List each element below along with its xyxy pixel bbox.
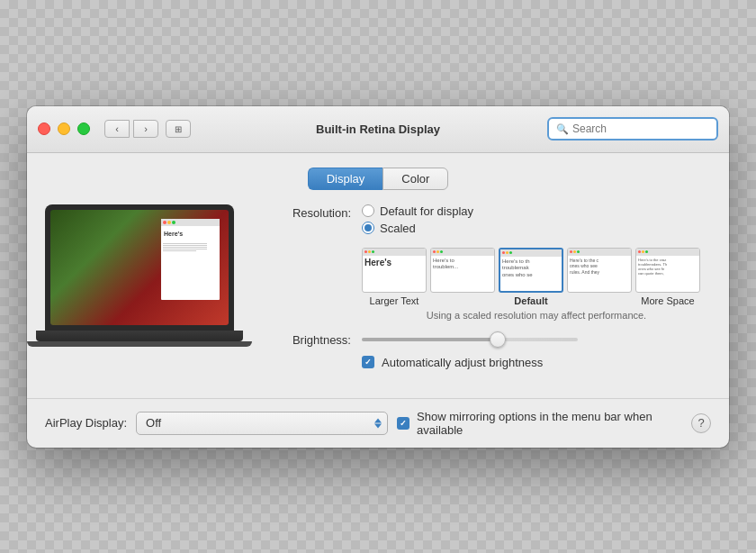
thumb-2-text: Here's to — [433, 258, 454, 265]
thumb-more-space-img: Here's to the craz troublemakers. Th one… — [635, 248, 700, 293]
thumb-more-space[interactable]: Here's to the craz troublemakers. Th one… — [635, 248, 700, 306]
thumb-larger-label: Larger Text — [370, 295, 419, 306]
maximize-button[interactable] — [77, 122, 90, 135]
tab-display[interactable]: Display — [308, 168, 383, 190]
search-icon: 🔍 — [556, 123, 569, 135]
mirroring-row: ✓ Show mirroring options in the menu bar… — [397, 410, 682, 437]
thumb-default-text-1: Here's to th — [502, 258, 530, 266]
radio-default[interactable]: Default for display — [362, 204, 473, 218]
search-box[interactable]: 🔍 — [547, 117, 718, 141]
select-arrows — [374, 418, 382, 428]
auto-brightness-label: Automatically adjust brightness — [382, 356, 543, 369]
thumb-default-label: Default — [514, 295, 547, 306]
radio-scaled-label: Scaled — [380, 222, 416, 235]
close-button[interactable] — [38, 122, 50, 135]
thumb-larger-text-content: Here's — [364, 258, 392, 268]
radio-scaled-circle — [362, 222, 374, 234]
tab-bar: Display Color — [45, 168, 711, 190]
minimize-button[interactable] — [58, 122, 70, 135]
brightness-slider[interactable] — [362, 338, 711, 341]
arrow-up-icon — [374, 418, 382, 422]
checkbox-checkmark: ✓ — [364, 358, 372, 367]
search-input[interactable] — [572, 122, 709, 135]
radio-scaled[interactable]: Scaled — [362, 222, 473, 235]
thumb-2[interactable]: Here's to troublem... — [430, 248, 495, 306]
grid-icon: ⊞ — [175, 124, 182, 134]
slider-thumb[interactable] — [490, 331, 506, 348]
thumb-default[interactable]: Here's to th troublemak ones who se Defa… — [499, 248, 563, 306]
arrow-down-icon — [374, 423, 382, 428]
mirroring-checkbox[interactable]: ✓ — [397, 417, 410, 430]
mirroring-checkmark: ✓ — [400, 419, 407, 428]
brightness-section: Brightness: — [270, 333, 711, 347]
nav-buttons: ‹ › — [104, 120, 158, 138]
thumb-4[interactable]: Here's to the c ones who see rules. And … — [567, 248, 632, 306]
main-window: ‹ › ⊞ Built-in Retina Display 🔍 Display … — [27, 106, 729, 448]
main-content: Display Color — [27, 153, 729, 398]
tab-color[interactable]: Color — [382, 168, 448, 190]
thumb-4-img: Here's to the c ones who see rules. And … — [567, 248, 632, 293]
airplay-value: Off — [146, 416, 161, 430]
thumb-default-img: Here's to th troublemak ones who se — [499, 248, 563, 293]
traffic-lights — [38, 122, 90, 135]
screen-document: Here's — [161, 219, 220, 300]
grid-button[interactable]: ⊞ — [166, 120, 191, 138]
mirroring-label: Show mirroring options in the menu bar w… — [417, 410, 682, 437]
airplay-select[interactable]: Off — [136, 412, 388, 435]
back-button[interactable]: ‹ — [104, 120, 130, 138]
auto-brightness-section: ✓ Automatically adjust brightness — [362, 356, 711, 369]
airplay-label: AirPlay Display: — [45, 416, 127, 430]
laptop-body: Here's — [45, 204, 234, 331]
radio-default-label: Default for display — [380, 204, 473, 218]
laptop-base — [36, 331, 243, 341]
settings-panel: Resolution: Default for display Scaled — [270, 204, 711, 380]
resolution-section: Resolution: Default for display Scaled — [270, 204, 711, 235]
titlebar: ‹ › ⊞ Built-in Retina Display 🔍 — [27, 106, 729, 153]
performance-note: Using a scaled resolution may affect per… — [362, 310, 711, 321]
thumb-larger-img: Here's — [362, 248, 427, 293]
resolution-thumbnails: Here's Larger Text Here's to t — [362, 248, 711, 306]
thumb-more-space-label: More Space — [641, 295, 694, 306]
doc-lines — [163, 243, 218, 251]
brightness-label: Brightness: — [270, 333, 351, 347]
slider-fill — [362, 338, 502, 341]
bottom-content: AirPlay Display: Off ✓ Show mirroring op… — [45, 410, 711, 437]
laptop-foot — [27, 341, 252, 347]
resolution-options: Default for display Scaled — [362, 204, 473, 235]
forward-button[interactable]: › — [133, 120, 158, 138]
settings-area: Here's — [45, 204, 711, 380]
resolution-label: Resolution: — [270, 204, 351, 220]
slider-track — [362, 338, 578, 341]
radio-default-circle — [362, 204, 374, 217]
thumb-2-img: Here's to troublem... — [430, 248, 495, 293]
auto-brightness-checkbox[interactable]: ✓ — [362, 356, 374, 368]
bottom-bar: AirPlay Display: Off ✓ Show mirroring op… — [27, 398, 729, 448]
thumb-larger-text[interactable]: Here's Larger Text — [362, 248, 427, 306]
screen-wallpaper: Here's — [50, 210, 229, 325]
thumbnails-area: Here's Larger Text Here's to t — [362, 248, 711, 321]
laptop-screen: Here's — [50, 210, 229, 325]
help-button[interactable]: ? — [691, 413, 711, 433]
window-title: Built-in Retina Display — [316, 122, 440, 136]
laptop-preview: Here's — [45, 204, 252, 347]
